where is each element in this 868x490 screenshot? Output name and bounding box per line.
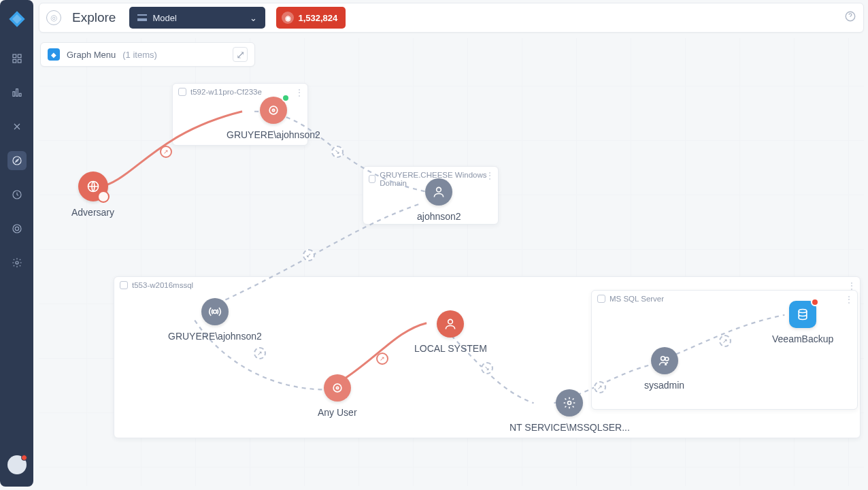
node-label: Any User [318, 407, 357, 418]
svg-rect-6 [19, 93, 21, 96]
more-icon[interactable]: ⋮ [295, 88, 303, 97]
svg-rect-3 [18, 59, 21, 63]
graph-canvas[interactable]: ◆ Graph Menu (1 items) ⤢ ↗ ↘ ↙ [39, 38, 864, 486]
edge-marker[interactable]: ↘ [481, 362, 493, 374]
node-label: Adversary [71, 207, 114, 218]
status-badge-green [282, 94, 290, 102]
status-badge-red [811, 298, 819, 306]
node-label: ajohnson2 [417, 211, 461, 222]
svg-point-16 [437, 187, 441, 192]
node-label: NT SERVICE\MSSQLSER... [510, 422, 630, 433]
svg-rect-2 [13, 59, 16, 63]
edge-marker[interactable]: ↗ [719, 335, 731, 347]
svg-point-21 [568, 402, 571, 405]
node-adversary[interactable]: Adversary [71, 172, 114, 218]
node-sysadmin[interactable]: sysadmin [644, 347, 684, 391]
list-icon [137, 14, 147, 21]
edge-marker[interactable]: ↗ [160, 146, 172, 158]
svg-point-10 [15, 227, 18, 230]
svg-point-11 [16, 261, 18, 264]
graph-menu-label: Graph Menu [67, 50, 116, 60]
svg-point-23 [665, 357, 668, 361]
node-ajohnson2-domain[interactable]: ajohnson2 [417, 178, 461, 222]
nav-settings[interactable] [7, 253, 27, 272]
host-icon [120, 281, 128, 289]
more-icon[interactable]: ⋮ [486, 171, 494, 180]
group-label: MS SQL Server [610, 295, 664, 303]
node-label: LOCAL SYSTEM [414, 343, 487, 354]
edge-marker[interactable]: ↗ [254, 347, 266, 359]
svg-point-9 [13, 225, 21, 233]
db-icon [597, 295, 605, 303]
svg-point-14 [269, 106, 278, 114]
svg-rect-5 [16, 89, 18, 97]
more-icon[interactable]: ⋮ [845, 295, 853, 304]
compass-icon: ◎ [46, 10, 61, 25]
group-label: t553-w2016mssql [132, 281, 193, 289]
svg-point-20 [448, 319, 453, 324]
main: ◎ Explore Model ⌄ ◉ 1,532,824 ◆ Graph Me… [33, 0, 868, 490]
domain-icon [369, 175, 375, 183]
expand-icon[interactable]: ⤢ [233, 47, 248, 62]
edge-marker[interactable]: ↗ [376, 353, 388, 365]
nav-analytics[interactable] [7, 83, 27, 102]
topbar: ◎ Explore Model ⌄ ◉ 1,532,824 [39, 3, 864, 33]
node-label: VeeamBackup [772, 333, 833, 344]
edge-marker[interactable]: ↙ [303, 249, 315, 261]
help-icon[interactable] [844, 10, 856, 25]
node-veeam[interactable]: VeeamBackup [772, 301, 833, 344]
graph-menu-icon: ◆ [48, 48, 60, 61]
nav-explore[interactable] [7, 151, 27, 170]
nav-dashboard[interactable] [7, 49, 27, 68]
nav-history[interactable] [7, 185, 27, 204]
user-avatar[interactable] [7, 455, 27, 474]
node-local-system[interactable]: LOCAL SYSTEM [414, 310, 487, 354]
svg-point-18 [333, 384, 341, 392]
app-logo [7, 10, 27, 29]
svg-rect-1 [18, 54, 21, 58]
sidebar [0, 0, 33, 487]
counter-icon: ◉ [282, 12, 294, 24]
svg-rect-0 [13, 54, 16, 58]
graph-menu[interactable]: ◆ Graph Menu (1 items) ⤢ [40, 42, 255, 67]
svg-rect-4 [13, 92, 15, 97]
svg-point-17 [213, 310, 216, 314]
node-label: sysadmin [644, 380, 684, 391]
node-label: GRUYERE\ajohnson2 [168, 331, 262, 342]
svg-point-15 [272, 109, 274, 111]
svg-point-7 [13, 157, 21, 165]
model-dropdown[interactable]: Model ⌄ [129, 7, 265, 29]
page-title: Explore [72, 10, 116, 25]
counter-value: 1,532,824 [298, 13, 337, 23]
model-dropdown-label: Model [152, 13, 176, 23]
host-icon [178, 88, 186, 96]
svg-point-22 [661, 357, 665, 361]
node-ajohnson2-host[interactable]: GRUYERE\ajohnson2 [227, 97, 320, 140]
avatar-dot [21, 455, 27, 461]
node-nt-service[interactable]: NT SERVICE\MSSQLSER... [510, 389, 630, 433]
more-icon[interactable]: ⋮ [848, 281, 856, 291]
nav-target[interactable] [7, 219, 27, 238]
svg-point-24 [799, 310, 807, 313]
entity-counter[interactable]: ◉ 1,532,824 [276, 7, 346, 29]
edge-marker[interactable]: ↘ [331, 146, 344, 158]
node-label: GRUYERE\ajohnson2 [227, 129, 320, 140]
nav-tools[interactable] [7, 117, 27, 136]
node-any-user[interactable]: Any User [318, 374, 357, 418]
graph-menu-count: (1 items) [122, 50, 157, 60]
node-ajohnson2-host2[interactable]: GRUYERE\ajohnson2 [168, 298, 262, 342]
group-label: t592-w11pro-Cf233e [190, 88, 262, 96]
svg-point-19 [336, 387, 338, 389]
chevron-down-icon: ⌄ [250, 13, 257, 23]
